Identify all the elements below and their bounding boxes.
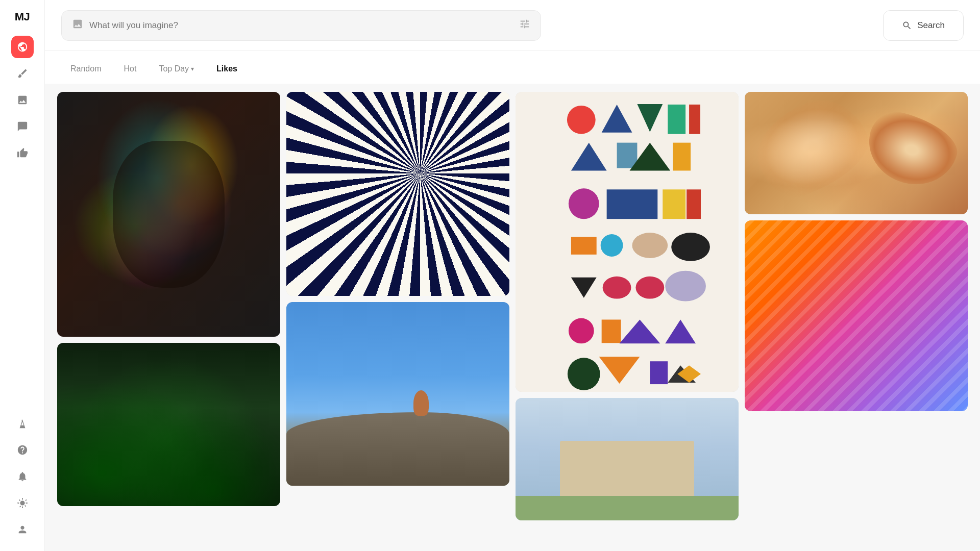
search-button-label: Search bbox=[917, 20, 945, 31]
search-bar[interactable] bbox=[61, 10, 541, 41]
gallery-column-2 bbox=[286, 92, 509, 486]
gallery-item-op-art[interactable] bbox=[286, 92, 509, 296]
tab-likes[interactable]: Likes bbox=[207, 60, 247, 78]
tab-top-day[interactable]: Top Day ▾ bbox=[150, 60, 203, 78]
svg-point-10 bbox=[569, 188, 599, 219]
image-icon bbox=[72, 18, 83, 32]
sidebar-item-lab[interactable] bbox=[11, 412, 34, 435]
main-content: Search Random Hot Top Day ▾ Likes bbox=[45, 0, 980, 551]
gallery bbox=[45, 84, 980, 551]
svg-point-1 bbox=[567, 106, 596, 134]
svg-point-16 bbox=[632, 233, 668, 258]
search-button[interactable]: Search bbox=[883, 10, 964, 41]
tab-hot[interactable]: Hot bbox=[114, 60, 145, 78]
svg-point-21 bbox=[665, 271, 706, 302]
chevron-down-icon: ▾ bbox=[191, 65, 194, 72]
tab-random[interactable]: Random bbox=[61, 60, 110, 78]
svg-rect-28 bbox=[650, 361, 668, 384]
main-search-input[interactable] bbox=[89, 20, 513, 31]
gallery-item-shapes[interactable] bbox=[516, 92, 739, 392]
sidebar-item-settings[interactable] bbox=[11, 492, 34, 514]
sidebar-item-gallery[interactable] bbox=[11, 89, 34, 111]
sidebar-item-community[interactable] bbox=[11, 115, 34, 138]
gallery-item-waves[interactable] bbox=[745, 220, 968, 411]
svg-point-22 bbox=[569, 318, 594, 343]
filter-tabs: Random Hot Top Day ▾ Likes bbox=[45, 51, 980, 84]
gallery-item-painted-face[interactable] bbox=[57, 92, 280, 337]
gallery-grid bbox=[57, 92, 968, 520]
svg-rect-9 bbox=[673, 143, 691, 171]
gallery-item-figure-rock[interactable] bbox=[286, 302, 509, 486]
sidebar-item-likes[interactable] bbox=[11, 142, 34, 164]
gallery-column-4 bbox=[745, 92, 968, 411]
filter-icon[interactable] bbox=[519, 18, 530, 32]
gallery-item-jungle[interactable] bbox=[57, 343, 280, 506]
svg-point-26 bbox=[568, 358, 600, 390]
svg-rect-12 bbox=[663, 189, 685, 219]
svg-point-17 bbox=[671, 233, 710, 261]
svg-point-20 bbox=[635, 277, 664, 299]
sidebar-item-create[interactable] bbox=[11, 62, 34, 85]
gallery-column-3 bbox=[516, 92, 739, 520]
svg-point-19 bbox=[603, 277, 631, 299]
svg-rect-14 bbox=[571, 237, 597, 255]
svg-rect-23 bbox=[602, 319, 621, 343]
sidebar-item-notifications[interactable] bbox=[11, 465, 34, 488]
svg-rect-11 bbox=[607, 189, 658, 219]
gallery-column-1 bbox=[57, 92, 280, 506]
svg-point-15 bbox=[601, 234, 623, 257]
gallery-item-stones[interactable] bbox=[745, 92, 968, 214]
svg-rect-13 bbox=[687, 189, 701, 219]
gallery-item-building[interactable] bbox=[516, 398, 739, 520]
sidebar: MJ bbox=[0, 0, 45, 551]
topbar: Search bbox=[45, 0, 980, 51]
svg-rect-5 bbox=[689, 105, 700, 134]
sidebar-item-profile[interactable] bbox=[11, 518, 34, 541]
svg-rect-4 bbox=[668, 105, 685, 134]
sidebar-item-help[interactable] bbox=[11, 439, 34, 461]
app-logo: MJ bbox=[15, 10, 30, 23]
sidebar-item-explore[interactable] bbox=[11, 36, 34, 58]
svg-rect-7 bbox=[617, 143, 638, 168]
